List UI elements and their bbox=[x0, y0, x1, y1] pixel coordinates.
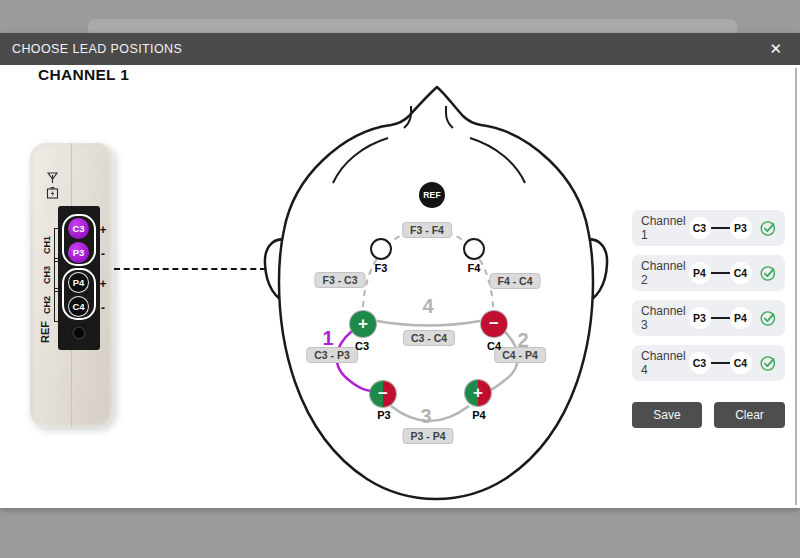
channel-2-to-node: C4 bbox=[730, 262, 752, 284]
channel-4-to-node: C4 bbox=[730, 352, 752, 374]
channel-card-2[interactable]: Channel 2 P4 C4 bbox=[632, 255, 785, 291]
device-port-c3-label: C3 bbox=[72, 223, 84, 234]
channel-number-4: 4 bbox=[422, 295, 433, 318]
channel-1-to-node: P3 bbox=[730, 217, 752, 239]
channel-1-from-node: C3 bbox=[689, 217, 711, 239]
device-port-c3: C3 bbox=[68, 218, 89, 239]
channel-number-3: 3 bbox=[420, 405, 431, 428]
channel-card-1[interactable]: Channel 1 C3 P3 bbox=[632, 210, 785, 246]
device-label-ch3: CH3 bbox=[42, 266, 52, 284]
channel-4-check-icon bbox=[760, 354, 777, 373]
channel-3-link-line bbox=[711, 317, 730, 319]
electrode-c3[interactable]: + bbox=[350, 311, 376, 337]
dialog-right-scrollbar[interactable] bbox=[795, 68, 797, 505]
lead-pill-c4-p4[interactable]: C4 - P4 bbox=[494, 347, 546, 363]
device-port-group-ch2: P4 C4 bbox=[62, 268, 96, 320]
lead-pill-p3-p4[interactable]: P3 - P4 bbox=[402, 428, 453, 444]
device-seam-top bbox=[71, 143, 72, 206]
antenna-icon bbox=[46, 171, 59, 184]
device-label-ch2: CH2 bbox=[42, 296, 52, 314]
device-bracket-ch3 bbox=[54, 258, 59, 292]
lead-pill-f3-f4[interactable]: F3 - F4 bbox=[402, 222, 452, 238]
device-port-p4-label: P4 bbox=[73, 277, 85, 288]
device-bracket-ch1 bbox=[54, 228, 59, 262]
electrode-c3-label: C3 bbox=[355, 340, 369, 352]
device-polarity-c4: - bbox=[101, 301, 105, 315]
channel-3-pair: P3 P4 bbox=[689, 307, 752, 329]
channel-2-name: Channel 2 bbox=[641, 259, 689, 287]
channel-3-from-node: P3 bbox=[689, 307, 711, 329]
electrode-f4[interactable] bbox=[463, 238, 485, 260]
device-port-p3-label: P3 bbox=[73, 247, 85, 258]
dialog-titlebar: CHOOSE LEAD POSITIONS ✕ bbox=[0, 33, 800, 65]
electrode-c4[interactable]: − bbox=[481, 311, 507, 337]
channel-1-name: Channel 1 bbox=[641, 214, 689, 242]
device-port-p3: P3 bbox=[68, 242, 89, 263]
page-title: CHANNEL 1 bbox=[38, 66, 129, 84]
electrode-c3-symbol: + bbox=[358, 314, 368, 334]
save-button[interactable]: Save bbox=[632, 402, 702, 428]
channel-3-check-icon bbox=[760, 309, 777, 328]
lead-pill-c3-p3[interactable]: C3 - P3 bbox=[306, 347, 358, 363]
electrode-c4-label: C4 bbox=[487, 340, 501, 352]
device-bracket-ch2 bbox=[54, 288, 59, 322]
channel-4-from-node: C3 bbox=[689, 352, 711, 374]
electrode-p4-symbol: + bbox=[473, 383, 483, 403]
ref-electrode-badge: REF bbox=[419, 182, 445, 208]
lead-pill-f3-c3[interactable]: F3 - C3 bbox=[314, 272, 365, 288]
device-port-p4: P4 bbox=[68, 272, 89, 293]
device-port-c4: C4 bbox=[68, 296, 89, 317]
device-to-head-connector-line bbox=[114, 268, 266, 270]
device-label-ref: REF bbox=[39, 321, 51, 343]
electrode-p4-label: P4 bbox=[472, 409, 485, 421]
channel-4-name: Channel 4 bbox=[641, 349, 689, 377]
electrode-p4[interactable]: + bbox=[465, 380, 491, 406]
electrode-p3-symbol: − bbox=[378, 384, 388, 404]
channel-4-link-line bbox=[711, 362, 730, 364]
eeg-device-illustration: C3 P3 P4 C4 CH1 CH3 CH2 REF + - + - bbox=[30, 143, 114, 427]
lead-pill-f4-c4[interactable]: F4 - C4 bbox=[489, 273, 540, 289]
electrode-p3-label: P3 bbox=[377, 409, 390, 421]
device-seam-bottom bbox=[71, 350, 72, 427]
channel-4-pair: C3 C4 bbox=[689, 352, 752, 374]
channel-1-pair: C3 P3 bbox=[689, 217, 752, 239]
dialog-title: CHOOSE LEAD POSITIONS bbox=[12, 42, 182, 56]
channel-card-3[interactable]: Channel 3 P3 P4 bbox=[632, 300, 785, 336]
device-polarity-c3: + bbox=[99, 223, 106, 237]
channel-3-to-node: P4 bbox=[730, 307, 752, 329]
device-connector-strip: C3 P3 P4 C4 bbox=[58, 206, 100, 350]
device-polarity-p4: + bbox=[99, 277, 106, 291]
device-port-group-ch1: C3 P3 bbox=[62, 214, 96, 266]
device-ref-port bbox=[72, 326, 86, 340]
electrode-f3[interactable] bbox=[370, 238, 392, 260]
close-icon[interactable]: ✕ bbox=[763, 38, 788, 60]
channel-3-name: Channel 3 bbox=[641, 304, 689, 332]
electrode-f4-label: F4 bbox=[468, 262, 481, 274]
channel-1-check-icon bbox=[760, 219, 777, 238]
screen: CHOOSE LEAD POSITIONS ✕ CHANNEL 1 C3 P3 … bbox=[0, 0, 800, 558]
electrode-c4-symbol: − bbox=[489, 314, 499, 334]
channel-1-link-line bbox=[711, 227, 730, 229]
channel-card-4[interactable]: Channel 4 C3 C4 bbox=[632, 345, 785, 381]
electrode-f3-label: F3 bbox=[375, 262, 388, 274]
battery-icon bbox=[46, 187, 59, 200]
device-port-c4-label: C4 bbox=[72, 301, 84, 312]
device-polarity-p3: - bbox=[101, 247, 105, 261]
device-label-ch1: CH1 bbox=[42, 236, 52, 254]
channel-2-from-node: P4 bbox=[689, 262, 711, 284]
channel-2-link-line bbox=[711, 272, 730, 274]
channel-2-pair: P4 C4 bbox=[689, 262, 752, 284]
channel-2-check-icon bbox=[760, 264, 777, 283]
electrode-p3[interactable]: − bbox=[370, 381, 396, 407]
clear-button[interactable]: Clear bbox=[714, 402, 785, 428]
lead-pill-c3-c4[interactable]: C3 - C4 bbox=[403, 330, 455, 346]
